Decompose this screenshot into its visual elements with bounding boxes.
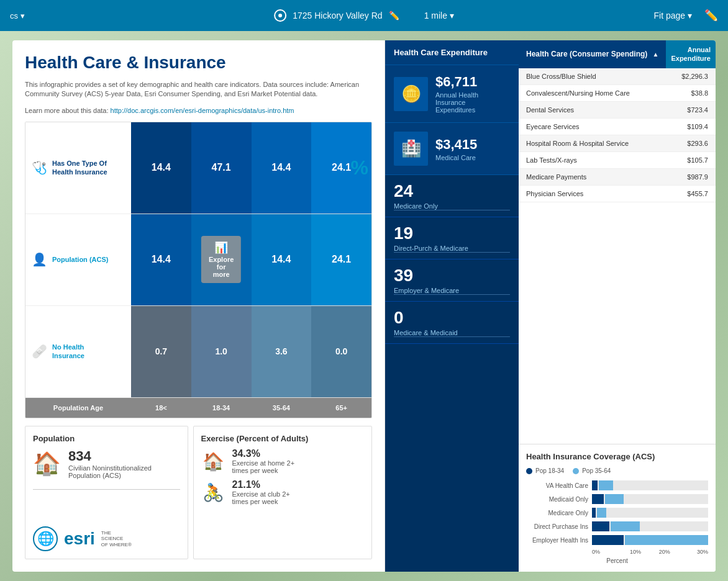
- esri-text: esri: [64, 529, 95, 549]
- bar-light-medicaid: [605, 494, 624, 504]
- insurance-coverage-chart: Health Insurance Coverage (ACS) Pop 18-3…: [519, 444, 716, 572]
- row-value: $987.9: [671, 173, 708, 181]
- infographic-panel: Health Care & Insurance This infographic…: [12, 40, 716, 572]
- pencil-icon[interactable]: ✏️: [389, 11, 399, 20]
- link-label: Learn more about this data: http://doc.a…: [25, 107, 372, 114]
- bar-light-direct: [611, 521, 640, 531]
- bar-label-population: 👤 Population (ACS): [25, 214, 131, 306]
- bar-container-medicaid: [592, 494, 708, 504]
- row-value: $105.7: [671, 156, 708, 164]
- coverage-chart-title: Health Insurance Coverage (ACS): [526, 452, 708, 461]
- exercise-item-2: 🚴 21.1% Exercise at club 2+times per wee…: [201, 479, 365, 505]
- esri-logo: 🌐 esri THESCIENCEOF WHERE®: [33, 526, 180, 551]
- table-header-text: Health Care (Consumer Spending): [526, 50, 650, 58]
- legend-dot-dark: [526, 468, 532, 474]
- medicare-item-3: 39 Employer & Medicare: [385, 259, 519, 302]
- chart-legend: Pop 18-34 Pop 35-64: [526, 467, 708, 474]
- cell-3-0: 0.7: [131, 306, 191, 397]
- sort-icon[interactable]: ▲: [653, 51, 659, 58]
- bike-icon: 🚴: [201, 482, 226, 503]
- expenditure-header: Health Care Expenditure: [385, 40, 519, 65]
- row-label: Convalescent/Nursing Home Care: [526, 89, 671, 97]
- bar-label-insurance: 🩺 Has One Type OfHealth Insurance: [25, 122, 131, 214]
- percent-symbol: %: [351, 156, 368, 179]
- medicare-number-1: 24: [394, 181, 510, 201]
- bar-chart: 🩺 Has One Type OfHealth Insurance 👤 Popu…: [25, 122, 372, 418]
- bar-container-medicare: [592, 508, 708, 518]
- consumer-spending-table: Health Care (Consumer Spending) ▲ Annual…: [519, 40, 716, 444]
- chart-label-va: VA Health Care: [526, 482, 588, 489]
- data-link[interactable]: http://doc.arcgis.com/en/esri-demographi…: [111, 107, 294, 114]
- col-header-18-34: 18-34: [191, 398, 252, 418]
- medicare-item-1: 24 Medicare Only: [385, 175, 519, 217]
- chart-row-employer: Employer Health Ins: [526, 535, 708, 545]
- bar-row-3: 0.7 1.0 3.6 0.0: [131, 306, 371, 398]
- bar-light-va: [599, 480, 612, 490]
- house-icon: 🏠: [33, 451, 61, 477]
- legend-item-18-34: Pop 18-34: [526, 467, 564, 474]
- bar-data-area: 14.4 47.1 14.4 24.1 % 14.4 📊: [131, 122, 371, 418]
- cell-3-2: 3.6: [252, 306, 312, 397]
- table-row: Hospital Room & Hospital Service $293.6: [519, 135, 716, 152]
- population-exercise-col: Population 🏠 834 Civilian Noninstitution…: [25, 426, 188, 559]
- exercise-label-2: Exercise at club 2+times per week: [232, 490, 290, 505]
- x-axis: 0% 10% 20% 30%: [592, 549, 708, 555]
- bottom-panels: Population 🏠 834 Civilian Noninstitution…: [25, 426, 372, 559]
- exercise-stat-1: 34.3%: [232, 448, 295, 459]
- medicare-divider-3: [394, 294, 510, 295]
- population-panel: Population 🏠 834 Civilian Noninstitution…: [25, 426, 188, 559]
- population-content: 🏠 834 Civilian Noninstitutionalized Popu…: [33, 448, 180, 479]
- medicare-number-2: 19: [394, 223, 510, 243]
- medicare-number-4: 0: [394, 308, 510, 328]
- cell-1-2: 14.4: [252, 122, 312, 214]
- row-value: $455.7: [671, 190, 708, 197]
- row-value: $109.4: [671, 123, 708, 130]
- nav-center: 1725 Hickory Valley Rd ✏️ 1 mile ▾: [274, 9, 454, 22]
- medicare-label-2: Direct-Purch & Medicare: [394, 245, 510, 252]
- medicare-item-2: 19 Direct-Purch & Medicare: [385, 217, 519, 259]
- table-row: Physician Services $455.7: [519, 186, 716, 202]
- cell-2-1: 📊 Explore formore: [191, 214, 252, 305]
- label-no-insurance-text: No HealthInsurance: [52, 343, 84, 361]
- label-insurance-text: Has One Type OfHealth Insurance: [52, 159, 107, 177]
- bar-light-employer: [625, 535, 708, 545]
- location-text: 1725 Hickory Valley Rd: [293, 11, 382, 20]
- legend-label-2: Pop 35-64: [582, 467, 611, 474]
- population-label: Civilian Noninstitutionalized Population…: [68, 464, 180, 479]
- medicare-number-3: 39: [394, 266, 510, 286]
- distance-selector[interactable]: 1 mile ▾: [424, 11, 454, 20]
- cell-2-2: 14.4: [252, 214, 312, 305]
- col-header-65plus: 65+: [311, 398, 371, 418]
- exp-amount-2: $3,415: [435, 137, 477, 153]
- chart-label-direct: Direct Purchase Ins: [526, 523, 588, 530]
- exp-label-1: Annual Health InsuranceExpenditures: [435, 91, 510, 114]
- population-count: 834: [68, 448, 180, 464]
- bar-container-employer: [592, 535, 708, 545]
- table-row: Medicare Payments $987.9: [519, 169, 716, 186]
- x-label-10: 10%: [621, 549, 650, 555]
- medicare-label-3: Employer & Medicare: [394, 287, 510, 294]
- main-title: Health Care & Insurance: [25, 53, 372, 73]
- row-label: Lab Tests/X-rays: [526, 156, 671, 164]
- explore-overlay[interactable]: 📊 Explore formore: [201, 236, 241, 283]
- table-row: Dental Services $723.4: [519, 102, 716, 119]
- population-divider: [33, 489, 180, 490]
- explore-text: Explore formore: [209, 256, 234, 278]
- subtitle-text: This infographic provides a set of key d…: [25, 80, 372, 99]
- fit-page-button[interactable]: Fit page ▾: [654, 11, 692, 20]
- edit-icon[interactable]: ✏️: [704, 9, 718, 22]
- exp-amount-1: $6,711: [435, 74, 510, 90]
- cell-1-1: 47.1: [191, 122, 252, 214]
- nav-cs-label[interactable]: cs ▾: [10, 11, 25, 20]
- middle-column: Health Care Expenditure 🪙 $6,711 Annual …: [385, 40, 519, 572]
- cell-3-1: 1.0: [191, 306, 252, 397]
- exercise-item-1: 🏠 34.3% Exercise at home 2+times per wee…: [201, 448, 365, 474]
- right-column: Health Care (Consumer Spending) ▲ Annual…: [519, 40, 716, 572]
- exercise-stat-2: 21.1%: [232, 479, 290, 490]
- medicare-divider-4: [394, 336, 510, 337]
- row-label: Blue Cross/Blue Shield: [526, 73, 671, 80]
- map-background: Health Care & Insurance This infographic…: [0, 31, 728, 581]
- cell-2-0: 14.4: [131, 214, 191, 305]
- nav-left[interactable]: cs ▾: [10, 11, 25, 20]
- row-label: Medicare Payments: [526, 173, 671, 181]
